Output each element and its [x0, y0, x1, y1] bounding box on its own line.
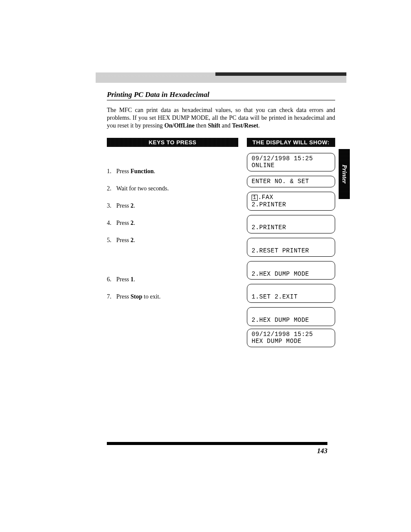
- section-title: Printing PC Data in Hexadecimal: [107, 90, 335, 100]
- step-bold: Stop: [131, 293, 142, 300]
- steps-list: 1. Press Function. 2. Wait for two secon…: [107, 168, 238, 301]
- lcd-display: 1.SET 2.EXIT: [247, 284, 335, 303]
- display-column: THE DISPLAY WILL SHOW: 09/12/1998 15:25 …: [247, 138, 335, 352]
- display-header: THE DISPLAY WILL SHOW:: [247, 138, 335, 147]
- step-number: 6.: [107, 276, 116, 283]
- step-post: .: [154, 168, 156, 174]
- step-pre: Press: [116, 237, 131, 243]
- step-row: 3. Press 2.: [107, 202, 238, 210]
- step-bold: Function: [131, 168, 154, 174]
- step-row: 7. Press Stop to exit.: [107, 293, 238, 301]
- step-text: Press Stop to exit.: [116, 293, 161, 301]
- scan-artifact-dark: [215, 72, 346, 76]
- lcd-line: ENTER NO. & SET: [252, 178, 309, 185]
- step-row: 1. Press Function.: [107, 168, 238, 175]
- step-pre: Press: [116, 276, 131, 283]
- intro-bold-1: On/OffLine: [164, 122, 194, 129]
- step-post: .: [134, 202, 135, 209]
- lcd-line: 2.HEX DUMP MODE: [252, 271, 309, 277]
- lcd-line: 2.PRINTER: [252, 201, 286, 208]
- intro-bold-2: Shift: [208, 122, 221, 129]
- step-number: 5.: [107, 236, 116, 244]
- keys-column: KEYS TO PRESS 1. Press Function. 2. Wait…: [107, 138, 238, 352]
- step-row: 2. Wait for two seconds.: [107, 185, 238, 193]
- step-text: Press 1.: [116, 276, 135, 283]
- step-text: Press 2.: [116, 202, 135, 210]
- step-post: .: [134, 220, 135, 226]
- step-row: 5. Press 2.: [107, 236, 238, 244]
- step-number: 3.: [107, 202, 116, 210]
- step-number: 4.: [107, 219, 116, 227]
- lcd-display: 2.HEX DUMP MODE: [247, 307, 335, 326]
- step-post: .: [134, 237, 135, 243]
- step-bold: 2: [131, 220, 134, 226]
- step-pre: Wait for two seconds.: [116, 185, 169, 192]
- lcd-line: 09/12/1998 15:25: [252, 155, 313, 162]
- content-area: Printing PC Data in Hexadecimal The MFC …: [107, 90, 335, 352]
- step-pre: Press: [116, 202, 131, 209]
- lcd-line: 2.PRINTER: [252, 224, 286, 231]
- two-column-layout: KEYS TO PRESS 1. Press Function. 2. Wait…: [107, 138, 335, 352]
- step-row: 6. Press 1.: [107, 276, 238, 283]
- lcd-line: 2.HEX DUMP MODE: [252, 317, 309, 324]
- step-bold: 1: [131, 276, 134, 283]
- step-text: Wait for two seconds.: [116, 185, 169, 193]
- lcd-display: 09/12/1998 15:25 ONLINE: [247, 153, 335, 172]
- step-number: 2.: [107, 185, 116, 193]
- lcd-display: 2.PRINTER: [247, 215, 335, 234]
- step-pre: Press: [116, 168, 131, 174]
- step-number: 7.: [107, 293, 116, 301]
- step-pre: Press: [116, 293, 131, 300]
- step-pre: Press: [116, 220, 131, 226]
- page-number: 143: [317, 447, 327, 455]
- lcd-line: HEX DUMP MODE: [252, 338, 302, 345]
- step-post: .: [134, 276, 135, 283]
- step-row: 4. Press 2.: [107, 219, 238, 227]
- lcd-display: ENTER NO. & SET: [247, 176, 335, 187]
- step-post: to exit.: [142, 293, 160, 300]
- intro-bold-3: Test/Reset: [232, 122, 258, 129]
- lcd-display: 2.HEX DUMP MODE: [247, 261, 335, 280]
- lcd-display: 2.RESET PRINTER: [247, 238, 335, 257]
- side-tab-printer: Printer: [339, 149, 350, 199]
- step-text: Press 2.: [116, 219, 135, 227]
- intro-text-4: .: [258, 122, 260, 129]
- keys-header: KEYS TO PRESS: [107, 138, 238, 147]
- lcd-boxed-digit: 1: [252, 195, 258, 201]
- lcd-line: 1.SET 2.EXIT: [252, 293, 298, 300]
- step-bold: 2: [131, 202, 134, 209]
- step-bold: 2: [131, 237, 134, 243]
- step-text: Press Function.: [116, 168, 155, 175]
- lcd-display: 1.FAX 2.PRINTER: [247, 192, 335, 211]
- step-number: 1.: [107, 168, 116, 175]
- intro-text-2: then: [194, 122, 208, 129]
- step-text: Press 2.: [116, 236, 135, 244]
- intro-paragraph: The MFC can print data as hexadecimal va…: [107, 106, 335, 130]
- lcd-line: ONLINE: [252, 162, 274, 169]
- lcd-line: 09/12/1998 15:25: [252, 331, 313, 338]
- manual-page: Printing PC Data in Hexadecimal The MFC …: [0, 0, 411, 532]
- lcd-line: .FAX: [258, 194, 274, 201]
- lcd-display: 09/12/1998 15:25 HEX DUMP MODE: [247, 329, 335, 348]
- footer-rule: [107, 442, 327, 445]
- intro-text-3: and: [220, 122, 232, 129]
- lcd-line: 2.RESET PRINTER: [252, 247, 309, 254]
